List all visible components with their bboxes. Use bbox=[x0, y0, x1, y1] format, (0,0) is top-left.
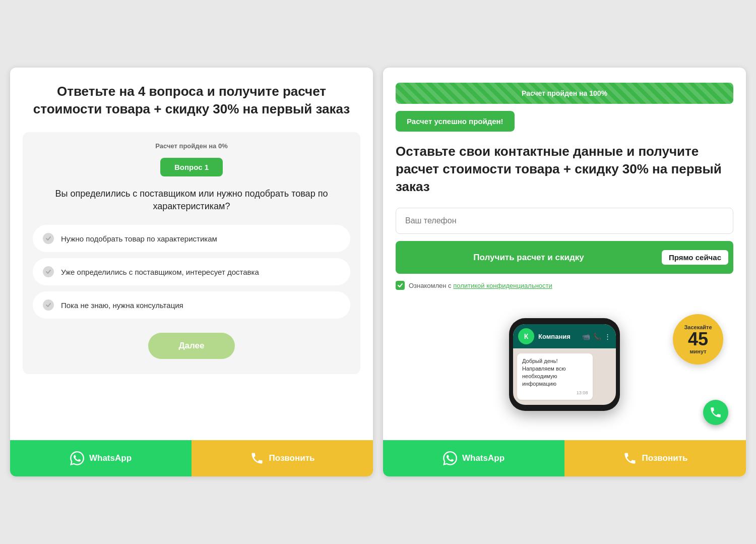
more-icon: ⋮ bbox=[604, 333, 611, 340]
left-whatsapp-label: WhatsApp bbox=[89, 453, 132, 463]
phone-illustration: К Компания 📹 📞 ⋮ Добрый день! bbox=[396, 299, 733, 430]
right-call-label: Позвонить bbox=[642, 453, 688, 463]
answer-text-3: Пока не знаю, нужна консультация bbox=[61, 300, 183, 311]
whatsapp-icon-right bbox=[443, 451, 457, 465]
chat-bubble: Добрый день! Направляем всю необходимую … bbox=[517, 353, 593, 400]
quiz-container: Расчет пройден на 0% Вопрос 1 Вы определ… bbox=[23, 132, 360, 374]
next-button[interactable]: Далее bbox=[148, 333, 234, 359]
left-whatsapp-button[interactable]: WhatsApp bbox=[10, 440, 192, 476]
right-bottom-bar: WhatsApp Позвонить bbox=[383, 440, 746, 476]
right-progress-bar: Расчет пройден на 100% bbox=[396, 83, 733, 104]
call-icon-right bbox=[623, 451, 637, 465]
cta-accent-label: Прямо сейчас bbox=[662, 250, 728, 265]
phone-frame: К Компания 📹 📞 ⋮ Добрый день! bbox=[509, 318, 620, 411]
call-icon-left bbox=[250, 451, 264, 465]
answer-option-2[interactable]: Уже определились с поставщиком, интересу… bbox=[33, 258, 350, 285]
whatsapp-icon-left bbox=[70, 451, 84, 465]
check-circle-3 bbox=[43, 299, 54, 311]
question-text: Вы определились с поставщиком или нужно … bbox=[33, 188, 350, 213]
answer-text-2: Уже определились с поставщиком, интересу… bbox=[61, 267, 259, 277]
check-icon bbox=[397, 282, 403, 288]
timer-badge: Засекайте 45 минут bbox=[673, 314, 723, 365]
phone-contact-name: Компания bbox=[538, 333, 578, 340]
left-main-title: Ответьте на 4 вопроса и получите расчет … bbox=[23, 83, 360, 118]
timer-number: 45 bbox=[688, 330, 708, 348]
right-main-title: Оставьте свои контактные данные и получи… bbox=[396, 143, 733, 196]
chat-time: 13:08 bbox=[522, 390, 588, 396]
float-call-button[interactable] bbox=[703, 400, 728, 425]
phone-icons: 📹 📞 ⋮ bbox=[582, 333, 611, 340]
check-circle-1 bbox=[43, 233, 54, 244]
left-call-label: Позвонить bbox=[269, 453, 315, 463]
phone-screen: К Компания 📹 📞 ⋮ Добрый день! bbox=[513, 324, 616, 405]
answer-option-3[interactable]: Пока не знаю, нужна консультация bbox=[33, 291, 350, 319]
float-call-icon bbox=[709, 406, 722, 419]
left-card: Ответьте на 4 вопроса и получите расчет … bbox=[10, 68, 373, 476]
left-call-button[interactable]: Позвонить bbox=[192, 440, 373, 476]
timer-bottom-label: минут bbox=[689, 348, 706, 354]
cta-button[interactable]: Получить расчет и скидку Прямо сейчас bbox=[396, 241, 733, 274]
right-whatsapp-button[interactable]: WhatsApp bbox=[383, 440, 564, 476]
phone-header: К Компания 📹 📞 ⋮ bbox=[513, 324, 616, 348]
right-call-button[interactable]: Позвонить bbox=[564, 440, 746, 476]
phone-avatar: К bbox=[518, 328, 534, 344]
cta-main-label: Получить расчет и скидку bbox=[401, 253, 657, 263]
video-icon: 📹 bbox=[582, 333, 590, 340]
left-bottom-bar: WhatsApp Позвонить bbox=[10, 440, 373, 476]
answer-text-1: Нужно подобрать товар по характеристикам bbox=[61, 234, 217, 244]
success-badge: Расчет успешно пройден! bbox=[396, 111, 515, 132]
left-progress-label: Расчет пройден на 0% bbox=[155, 142, 227, 150]
right-card: Расчет пройден на 100% Расчет успешно пр… bbox=[383, 68, 746, 476]
right-whatsapp-label: WhatsApp bbox=[462, 453, 505, 463]
privacy-checkbox[interactable] bbox=[396, 281, 405, 290]
privacy-row: Ознакомлен с политикой конфиденциальност… bbox=[396, 281, 733, 290]
phone-input[interactable] bbox=[396, 208, 733, 234]
phone-chat: Добрый день! Направляем всю необходимую … bbox=[513, 348, 616, 405]
question-badge: Вопрос 1 bbox=[160, 158, 223, 176]
check-circle-2 bbox=[43, 266, 54, 277]
phone-mockup: К Компания 📹 📞 ⋮ Добрый день! bbox=[509, 318, 620, 411]
privacy-text: Ознакомлен с политикой конфиденциальност… bbox=[409, 282, 552, 289]
privacy-link[interactable]: политикой конфиденциальности bbox=[453, 282, 552, 289]
phone-call-icon: 📞 bbox=[593, 333, 601, 340]
answer-option-1[interactable]: Нужно подобрать товар по характеристикам bbox=[33, 225, 350, 252]
right-progress-text: Расчет пройден на 100% bbox=[522, 89, 607, 97]
